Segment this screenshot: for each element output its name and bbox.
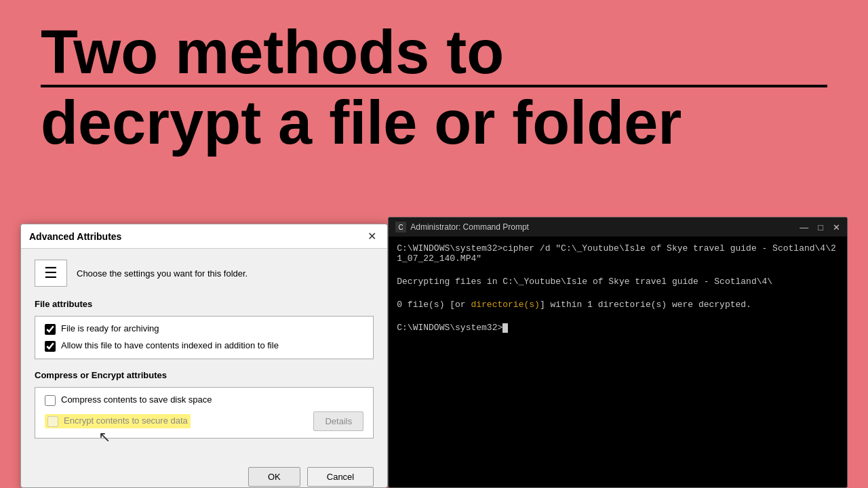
cmd-body: C:\WINDOWS\system32>cipher /d "C:\_Youtu… bbox=[389, 237, 847, 487]
bottom-panels: Advanced Attributes ✕ ☰ Choose the setti… bbox=[0, 210, 868, 488]
cancel-button[interactable]: Cancel bbox=[307, 467, 374, 487]
encrypt-checkbox-row: Encrypt contents to secure data bbox=[45, 414, 191, 428]
encrypt-row-with-details: Encrypt contents to secure data Details bbox=[45, 411, 363, 431]
compress-checkbox-row: Compress contents to save disk space bbox=[45, 394, 363, 406]
index-checkbox[interactable] bbox=[45, 341, 56, 352]
cmd-close-button[interactable]: ✕ bbox=[833, 222, 840, 232]
dialog-icon-row: ☰ Choose the settings you want for this … bbox=[35, 260, 374, 287]
cmd-line-blank2 bbox=[397, 288, 839, 298]
archive-checkbox-row: File is ready for archiving bbox=[45, 323, 363, 335]
compress-label: Compress contents to save disk space bbox=[61, 394, 212, 405]
compress-checkbox[interactable] bbox=[45, 395, 56, 406]
cmd-line-1: C:\WINDOWS\system32>cipher /d "C:\_Youtu… bbox=[397, 243, 839, 264]
index-checkbox-row: Allow this file to have contents indexed… bbox=[45, 340, 363, 352]
compress-encrypt-label: Compress or Encrypt attributes bbox=[35, 370, 374, 380]
cmd-controls: — □ ✕ bbox=[800, 222, 840, 232]
dialog-titlebar: Advanced Attributes ✕ bbox=[21, 224, 387, 249]
index-label: Allow this file to have contents indexed… bbox=[61, 340, 279, 350]
dialog-footer: OK Cancel bbox=[21, 460, 387, 488]
cmd-line-3: 0 file(s) [or directorie(s)] within 1 di… bbox=[397, 300, 839, 310]
cmd-line-2: Decrypting files in C:\_Youtube\Isle of … bbox=[397, 277, 839, 287]
dialog-description: Choose the settings you want for this fo… bbox=[77, 268, 248, 279]
details-button[interactable]: Details bbox=[313, 411, 363, 431]
cmd-title-left: C Administrator: Command Prompt bbox=[395, 222, 529, 232]
cmd-icon: C bbox=[395, 222, 406, 232]
dialog-title: Advanced Attributes bbox=[29, 231, 121, 242]
cmd-window: C Administrator: Command Prompt — □ ✕ C:… bbox=[388, 217, 848, 488]
archive-checkbox[interactable] bbox=[45, 324, 56, 335]
folder-settings-icon: ☰ bbox=[35, 260, 67, 287]
cmd-maximize-button[interactable]: □ bbox=[818, 222, 823, 232]
ok-button[interactable]: OK bbox=[248, 467, 300, 487]
cmd-minimize-button[interactable]: — bbox=[800, 222, 808, 232]
file-attributes-label: File attributes bbox=[35, 299, 374, 309]
title-line1: Two methods to bbox=[41, 20, 827, 85]
cmd-title-text: Administrator: Command Prompt bbox=[410, 222, 529, 232]
mouse-cursor: ↖ bbox=[98, 428, 119, 449]
encrypt-label: Encrypt contents to secure data bbox=[64, 415, 188, 426]
dialog-close-button[interactable]: ✕ bbox=[365, 230, 379, 243]
file-attributes-section: File is ready for archiving Allow this f… bbox=[35, 316, 374, 359]
compress-encrypt-section: Compress contents to save disk space Enc… bbox=[35, 387, 374, 439]
dialog-body: ☰ Choose the settings you want for this … bbox=[21, 249, 387, 460]
advanced-attributes-dialog: Advanced Attributes ✕ ☰ Choose the setti… bbox=[20, 224, 388, 488]
archive-label: File is ready for archiving bbox=[61, 323, 159, 333]
title-line2: decrypt a file or folder bbox=[41, 91, 827, 155]
cmd-line-blank1 bbox=[397, 265, 839, 275]
cmd-titlebar: C Administrator: Command Prompt — □ ✕ bbox=[389, 218, 847, 237]
encrypt-checkbox bbox=[47, 416, 58, 427]
title-area: Two methods to decrypt a file or folder bbox=[0, 0, 868, 168]
cmd-line-prompt: C:\WINDOWS\system32> bbox=[397, 323, 839, 333]
cmd-line-blank3 bbox=[397, 311, 839, 321]
